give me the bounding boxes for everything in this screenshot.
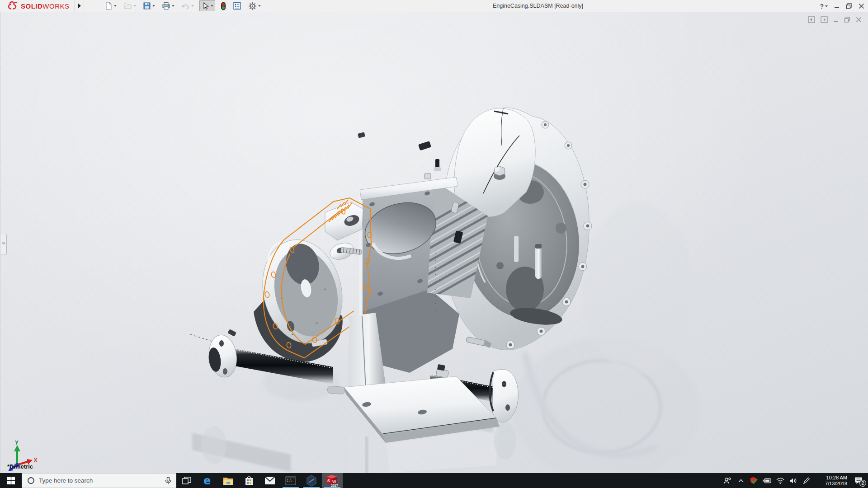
select-tool-button[interactable] <box>199 0 215 11</box>
tray-expand-chevron-icon[interactable] <box>734 473 747 488</box>
view-orientation-label: *Dimetric <box>7 463 33 470</box>
interference-detection-button[interactable] <box>219 1 227 11</box>
taskbar-file-explorer[interactable] <box>218 473 239 488</box>
cortana-icon <box>28 477 34 484</box>
clock-date: 7/13/2018 <box>816 481 847 487</box>
notification-badge: 2 <box>859 480 866 487</box>
wifi-icon[interactable] <box>774 473 787 488</box>
brand-text: SOLIDWORKS <box>21 2 70 10</box>
svg-text:e: e <box>203 475 211 486</box>
restore-button[interactable] <box>846 3 852 9</box>
clock-time: 10:28 AM <box>816 475 847 481</box>
command-prompt-icon: C:\_ <box>285 476 296 485</box>
open-folder-icon <box>123 2 132 10</box>
antivirus-shield-icon[interactable] <box>747 473 760 488</box>
taskbar-mail[interactable] <box>259 473 280 488</box>
start-button[interactable] <box>0 473 22 488</box>
toolbar-flyout-arrow[interactable] <box>74 0 84 12</box>
store-icon <box>244 476 254 486</box>
system-tray: 10:28 AM 7/13/2018 2 <box>721 473 868 488</box>
pen-icon[interactable] <box>800 473 813 488</box>
doc-close-button[interactable] <box>856 17 862 23</box>
svg-text:S: S <box>327 479 330 483</box>
taskbar-hexagon-app[interactable] <box>301 473 322 488</box>
windows-logo-icon <box>7 477 15 484</box>
quick-access-toolbar <box>103 0 262 11</box>
action-center-button[interactable]: 2 <box>849 473 868 488</box>
model-3d-view[interactable] <box>0 12 868 473</box>
print-button[interactable] <box>160 1 176 11</box>
feature-panel-tab[interactable] <box>0 235 7 254</box>
traffic-light-icon <box>221 2 226 10</box>
help-button[interactable]: ? <box>820 3 828 10</box>
doc-minimize-button[interactable] <box>833 17 839 23</box>
hex-bolt <box>494 166 505 180</box>
power-battery-icon[interactable] <box>760 473 774 488</box>
undo-icon <box>181 2 190 10</box>
speaker-icon[interactable] <box>787 473 800 488</box>
print-icon <box>162 2 170 10</box>
minimize-button[interactable] <box>834 4 840 9</box>
save-icon <box>143 2 151 10</box>
task-view-button[interactable] <box>176 473 197 488</box>
triad-x-label: X <box>34 457 38 463</box>
search-input[interactable] <box>39 477 160 484</box>
desktop: SOLIDWORKS <box>0 0 868 488</box>
display-settings-button[interactable] <box>231 1 243 11</box>
file-explorer-icon <box>223 476 234 485</box>
gear-icon <box>248 2 257 10</box>
taskbar-command-prompt[interactable]: C:\_ <box>280 473 301 488</box>
solidworks-app-icon: S W 2017 <box>326 474 339 487</box>
pane-right-button[interactable] <box>821 16 828 23</box>
doc-restore-button[interactable] <box>844 17 850 23</box>
edge-icon: e <box>202 475 213 486</box>
panel-tab-knob <box>2 242 5 244</box>
taskbar-search[interactable] <box>22 473 176 488</box>
titlebar: SOLIDWORKS <box>0 0 868 12</box>
save-button[interactable] <box>142 1 156 11</box>
options-button[interactable] <box>247 1 262 11</box>
document-title: EngineCasing.SLDASM [Read-only] <box>493 3 583 9</box>
taskbar-solidworks[interactable]: S W 2017 <box>322 473 343 488</box>
microphone-icon[interactable] <box>165 477 171 485</box>
window-controls: ? <box>820 0 864 12</box>
close-button[interactable] <box>859 3 864 9</box>
solidworks-logo: SOLIDWORKS <box>0 0 70 12</box>
svg-text:C:\_: C:\_ <box>287 479 294 483</box>
hexagon-app-icon <box>306 475 317 487</box>
graphics-viewport[interactable]: Y X *Dimetric <box>0 12 868 473</box>
solidworks-logo-icon <box>7 1 19 11</box>
taskbar: e <box>0 473 868 488</box>
side-cover-assembly <box>252 202 363 362</box>
open-button[interactable] <box>122 1 137 11</box>
people-icon[interactable] <box>721 473 734 488</box>
task-view-icon <box>182 477 191 485</box>
new-document-icon <box>104 2 113 10</box>
pane-left-button[interactable] <box>808 16 815 23</box>
svg-text:2017: 2017 <box>331 484 338 487</box>
taskbar-edge[interactable]: e <box>197 473 218 488</box>
document-window-controls <box>808 16 862 23</box>
mail-icon <box>264 476 275 485</box>
new-document-button[interactable] <box>103 1 118 11</box>
triad-y-label: Y <box>15 440 19 446</box>
select-cursor-icon <box>201 2 209 10</box>
display-list-icon <box>233 2 241 10</box>
taskbar-clock[interactable]: 10:28 AM 7/13/2018 <box>816 475 849 487</box>
undo-button[interactable] <box>180 1 195 11</box>
taskbar-store[interactable] <box>239 473 259 488</box>
svg-text:W: W <box>332 479 336 484</box>
